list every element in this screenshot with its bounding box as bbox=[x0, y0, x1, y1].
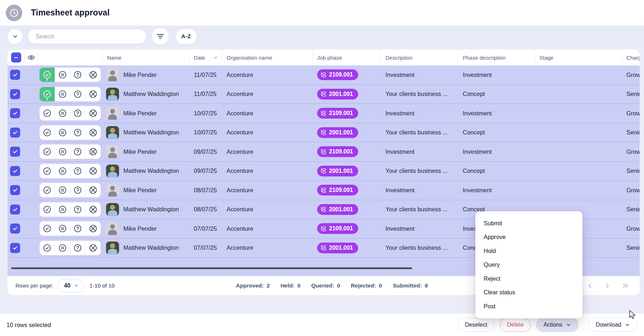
table-row[interactable]: Mike Pender 11/07/25 Accenture 2109.001 … bbox=[8, 65, 640, 85]
hold-button[interactable] bbox=[55, 87, 70, 101]
query-button[interactable] bbox=[70, 241, 86, 255]
row-actions-cell bbox=[38, 241, 103, 255]
eye-icon[interactable] bbox=[27, 54, 35, 61]
query-button[interactable] bbox=[70, 202, 86, 217]
query-button[interactable] bbox=[70, 183, 86, 197]
reject-button[interactable] bbox=[85, 202, 101, 217]
previous-page-button[interactable] bbox=[586, 282, 594, 289]
query-button[interactable] bbox=[70, 164, 86, 178]
menu-item-approve[interactable]: Approve bbox=[475, 230, 583, 244]
select-all-checkbox[interactable] bbox=[11, 52, 21, 63]
sort-chevron-icon[interactable] bbox=[213, 55, 218, 60]
row-checkbox[interactable] bbox=[10, 224, 20, 234]
hold-button[interactable] bbox=[55, 241, 70, 255]
query-button[interactable] bbox=[70, 87, 86, 101]
row-checkbox[interactable] bbox=[10, 185, 20, 195]
menu-item-submit[interactable]: Submit bbox=[475, 216, 583, 230]
reject-button[interactable] bbox=[85, 144, 101, 159]
approve-button[interactable] bbox=[40, 68, 55, 82]
query-button[interactable] bbox=[70, 221, 86, 236]
header-charge[interactable]: Charge bbox=[622, 50, 640, 65]
reject-button[interactable] bbox=[85, 106, 101, 120]
header-job-phase[interactable]: Job phase bbox=[313, 50, 381, 65]
hold-button[interactable] bbox=[55, 106, 70, 120]
actions-button[interactable]: Actions bbox=[536, 318, 578, 332]
sort-az-button[interactable]: A-Z bbox=[176, 29, 196, 44]
reject-button[interactable] bbox=[85, 164, 101, 178]
header-organisation[interactable]: Organisation name bbox=[222, 50, 313, 65]
hold-button[interactable] bbox=[55, 68, 70, 82]
approve-button[interactable] bbox=[40, 106, 55, 120]
header-stage[interactable]: Stage bbox=[535, 50, 622, 65]
job-phase-badge[interactable]: 2109.001 bbox=[317, 223, 358, 234]
job-phase-badge[interactable]: 2001.001 bbox=[317, 204, 358, 215]
menu-item-post[interactable]: Post bbox=[475, 299, 583, 313]
approve-button[interactable] bbox=[40, 164, 55, 178]
header-description[interactable]: Description bbox=[381, 50, 458, 65]
menu-item-reject[interactable]: Reject bbox=[475, 272, 583, 286]
approve-button[interactable] bbox=[40, 183, 55, 197]
reject-button[interactable] bbox=[85, 68, 101, 82]
next-page-button[interactable] bbox=[604, 282, 611, 289]
reject-button[interactable] bbox=[85, 183, 101, 197]
menu-item-hold[interactable]: Hold bbox=[475, 244, 583, 258]
job-phase-badge[interactable]: 2109.001 bbox=[317, 69, 358, 80]
table-row[interactable]: Matthew Waddington 10/07/25 Accenture 20… bbox=[8, 123, 640, 143]
approve-button[interactable] bbox=[40, 241, 55, 255]
hold-button[interactable] bbox=[55, 202, 70, 217]
row-checkbox[interactable] bbox=[10, 108, 20, 118]
query-button[interactable] bbox=[70, 144, 86, 159]
row-checkbox[interactable] bbox=[10, 166, 20, 176]
query-button[interactable] bbox=[70, 125, 86, 140]
deselect-button[interactable]: Deselect bbox=[458, 318, 494, 332]
hold-button[interactable] bbox=[55, 144, 70, 159]
reject-button[interactable] bbox=[85, 87, 101, 101]
approve-button[interactable] bbox=[40, 202, 55, 217]
reject-button[interactable] bbox=[85, 241, 101, 255]
table-row[interactable]: Mike Pender 10/07/25 Accenture 2109.001 … bbox=[8, 104, 640, 123]
job-phase-badge[interactable]: 2001.001 bbox=[317, 166, 358, 176]
download-button[interactable]: Download bbox=[589, 318, 638, 332]
job-phase-badge[interactable]: 2109.001 bbox=[317, 108, 358, 119]
row-checkbox[interactable] bbox=[10, 243, 20, 253]
row-checkbox[interactable] bbox=[10, 204, 20, 215]
approve-button[interactable] bbox=[40, 221, 55, 236]
table-row[interactable]: Matthew Waddington 11/07/25 Accenture 20… bbox=[8, 85, 640, 104]
filter-button[interactable] bbox=[152, 28, 169, 45]
hold-button[interactable] bbox=[55, 164, 70, 178]
menu-item-query[interactable]: Query bbox=[475, 258, 583, 272]
table-row[interactable]: Matthew Waddington 09/07/25 Accenture 20… bbox=[8, 162, 640, 181]
job-phase-badge[interactable]: 2109.001 bbox=[317, 146, 358, 157]
avatar bbox=[106, 165, 119, 178]
expand-panel-button[interactable] bbox=[8, 29, 22, 44]
reject-button[interactable] bbox=[85, 221, 101, 236]
query-button[interactable] bbox=[70, 106, 86, 120]
approve-button[interactable] bbox=[40, 125, 55, 140]
header-phase-description[interactable]: Phase description bbox=[458, 50, 535, 65]
delete-button[interactable]: Delete bbox=[500, 318, 531, 332]
rows-per-page-select[interactable]: 40 bbox=[58, 279, 84, 293]
hold-button[interactable] bbox=[55, 221, 70, 236]
menu-item-clear-status[interactable]: Clear status bbox=[475, 286, 583, 300]
job-phase-badge[interactable]: 2001.001 bbox=[317, 89, 358, 100]
approve-button[interactable] bbox=[40, 144, 55, 159]
hold-button[interactable] bbox=[55, 125, 70, 140]
header-date[interactable]: Date bbox=[189, 50, 222, 65]
search-input[interactable] bbox=[27, 29, 147, 44]
row-checkbox[interactable] bbox=[10, 70, 20, 80]
last-page-button[interactable] bbox=[621, 282, 630, 289]
row-checkbox[interactable] bbox=[10, 147, 20, 157]
hold-button[interactable] bbox=[55, 183, 70, 197]
job-phase-badge[interactable]: 2109.001 bbox=[317, 185, 358, 195]
row-checkbox[interactable] bbox=[10, 128, 20, 138]
scrollbar-thumb[interactable] bbox=[11, 267, 412, 269]
table-row[interactable]: Mike Pender 08/07/25 Accenture 2109.001 … bbox=[8, 181, 640, 200]
job-phase-badge[interactable]: 2001.001 bbox=[317, 127, 358, 138]
query-button[interactable] bbox=[70, 68, 86, 82]
reject-button[interactable] bbox=[85, 125, 101, 140]
job-phase-badge[interactable]: 2001.001 bbox=[317, 243, 358, 253]
header-name[interactable]: Name bbox=[103, 50, 189, 65]
row-checkbox[interactable] bbox=[10, 89, 20, 99]
table-row[interactable]: Mike Pender 09/07/25 Accenture 2109.001 … bbox=[8, 142, 640, 162]
approve-button[interactable] bbox=[40, 87, 55, 101]
